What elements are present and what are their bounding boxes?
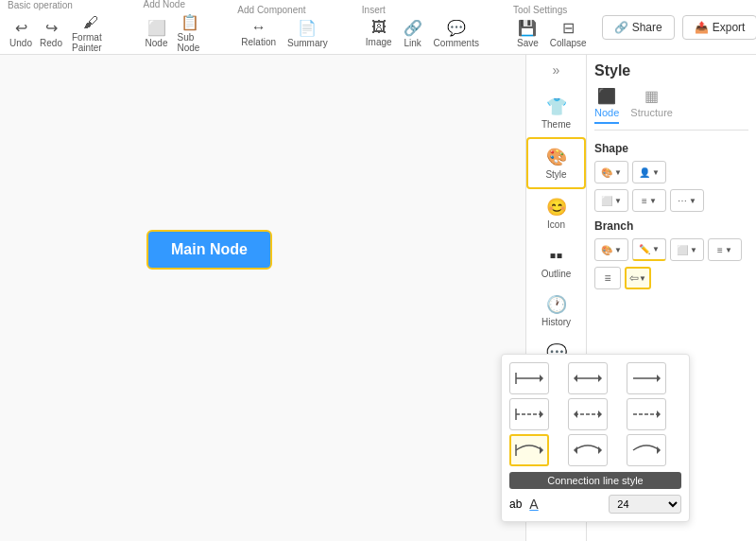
format-painter-icon: 🖌 [83,14,98,31]
conn-5-icon [571,401,605,428]
conn-btn-9[interactable] [627,434,666,466]
conn-btn-5[interactable] [568,398,608,430]
toolbar-group-add-component: Add Component ↔ Relation 📄 Summary [237,5,332,50]
image-button[interactable]: 🖼 Image [362,17,396,49]
save-button[interactable]: 💾 Save [513,17,542,50]
image-icon: 🖼 [371,19,387,36]
sub-node-icon: 📋 [180,13,199,31]
conn-btn-2[interactable] [568,362,608,394]
connection-popup: Connection line style ab A 24 18 12 [501,354,690,522]
shape-controls-row1: 🎨 ▼ 👤 ▼ [594,161,748,183]
branch-box-icon: ⬜ [677,245,688,255]
svg-marker-4 [574,375,577,382]
border-dash-button[interactable]: ⋯ ▼ [670,189,704,212]
toolbar-group-add-node-items: ⬜ Node 📋 Sub Node [144,11,208,55]
export-icon: 📤 [695,21,709,34]
conn-2-icon [571,365,605,392]
collapse-button[interactable]: ⊟ Collapse [546,17,591,50]
conn-7-icon [512,437,546,463]
redo-button[interactable]: ↪ Redo [38,17,64,50]
link-button[interactable]: 🔗 Link [400,17,426,50]
connection-style-icon: ⇦ [629,271,639,285]
share-icon: 🔗 [614,21,628,34]
connection-style-button[interactable]: ⇦ ▼ [625,267,651,289]
history-icon: 🕐 [546,294,567,315]
tab-structure[interactable]: ▦ Structure [630,87,673,124]
relation-button[interactable]: ↔ Relation [237,17,280,49]
conn-btn-6[interactable] [627,398,666,430]
fill-color-dropdown-icon: ▼ [614,168,622,177]
line-style-dropdown-icon: ▼ [649,197,657,205]
conn-9-icon [629,437,663,463]
node-icon: ⬜ [147,19,166,37]
conn-6-icon [629,401,663,428]
icon-icon: 😊 [546,197,567,218]
toolbar-group-add-node: Add Node ⬜ Node 📋 Sub Node [144,0,208,55]
tooltip-label: Connection line style [509,472,681,489]
toolbar-group-insert-items: 🖼 Image 🔗 Link 💬 Comments [362,17,483,50]
comments-button[interactable]: 💬 Comments [430,17,483,50]
undo-button[interactable]: ↩ Undo [8,17,34,50]
svg-marker-13 [598,410,602,418]
branch-section: Branch 🎨 ▼ ✏️ ▼ ⬜ ▼ ≡ [594,219,748,289]
format-painter-button[interactable]: 🖌 Format Painter [68,12,113,55]
conn-btn-1[interactable] [509,362,549,394]
comments-icon: 💬 [447,19,466,37]
branch-conn-button[interactable]: ≡ [594,267,621,289]
branch-box-button[interactable]: ⬜ ▼ [670,238,704,261]
toolbar-group-add-component-label: Add Component [237,5,305,15]
svg-marker-19 [598,446,602,454]
border-style-dropdown-icon: ▼ [614,197,622,205]
conn-8-icon [571,437,605,463]
svg-marker-10 [540,410,543,418]
conn-4-icon [512,401,546,428]
undo-icon: ↩ [15,19,27,37]
canvas[interactable]: Main Node [0,55,525,541]
font-color-dropdown-icon: ▼ [652,168,660,177]
svg-marker-2 [540,375,543,382]
toolbar-group-tool-settings-items: 💾 Save ⊟ Collapse [513,17,591,50]
tab-node[interactable]: ⬛ Node [594,87,619,124]
toolbar: Basic operation ↩ Undo ↪ Redo 🖌 Format P… [0,0,756,55]
summary-button[interactable]: 📄 Summary [284,17,332,50]
conn-bottom-row: ab A 24 18 12 [509,495,681,514]
theme-icon: 👕 [546,96,567,117]
border-style-button[interactable]: ⬜ ▼ [594,189,628,212]
sidebar-item-outline[interactable]: ▪▪ Outline [526,237,586,287]
sidebar-item-icon[interactable]: 😊 Icon [526,189,586,237]
size-select[interactable]: 24 18 12 [609,495,681,514]
sidebar-item-style[interactable]: 🎨 Style [526,137,586,189]
svg-marker-5 [598,375,602,382]
conn-btn-3[interactable] [627,362,666,394]
fill-color-button[interactable]: 🎨 ▼ [594,161,628,183]
conn-btn-7[interactable] [509,434,549,466]
sidebar-item-theme[interactable]: 👕 Theme [526,89,586,137]
conn-btn-4[interactable] [509,398,549,430]
branch-align-button[interactable]: ≡ ▼ [708,238,742,261]
main-node[interactable]: Main Node [146,230,272,270]
fill-color-icon: 🎨 [601,167,612,178]
toolbar-group-insert: Insert 🖼 Image 🔗 Link 💬 Comments [362,5,483,50]
side-nav-collapse-button[interactable]: » [545,59,568,81]
export-button[interactable]: 📤 Export [682,15,756,40]
connection-popup-grid [509,362,681,466]
conn-btn-8[interactable] [568,434,608,466]
share-button[interactable]: 🔗 Share [602,15,675,40]
branch-fill-button[interactable]: 🎨 ▼ [594,238,628,261]
summary-icon: 📄 [298,19,317,37]
sub-node-button[interactable]: 📋 Sub Node [174,11,208,55]
sidebar-item-history[interactable]: 🕐 History [526,287,586,335]
toolbar-group-tool-settings: Tool Settings 💾 Save ⊟ Collapse [513,5,591,50]
redo-icon: ↪ [45,19,58,37]
svg-marker-17 [540,446,543,454]
line-style-button[interactable]: ≡ ▼ [632,189,666,212]
style-tabs: ⬛ Node ▦ Structure [594,87,748,131]
branch-line-button[interactable]: ✏️ ▼ [632,238,666,261]
branch-controls-row1: 🎨 ▼ ✏️ ▼ ⬜ ▼ ≡ ▼ [594,238,748,261]
node-button[interactable]: ⬜ Node [144,17,170,50]
outline-icon: ▪▪ [549,245,562,267]
font-color-button[interactable]: 👤 ▼ [632,161,666,183]
style-panel-title: Style [594,62,748,79]
svg-marker-7 [657,375,661,382]
conn-3-icon [629,365,663,392]
